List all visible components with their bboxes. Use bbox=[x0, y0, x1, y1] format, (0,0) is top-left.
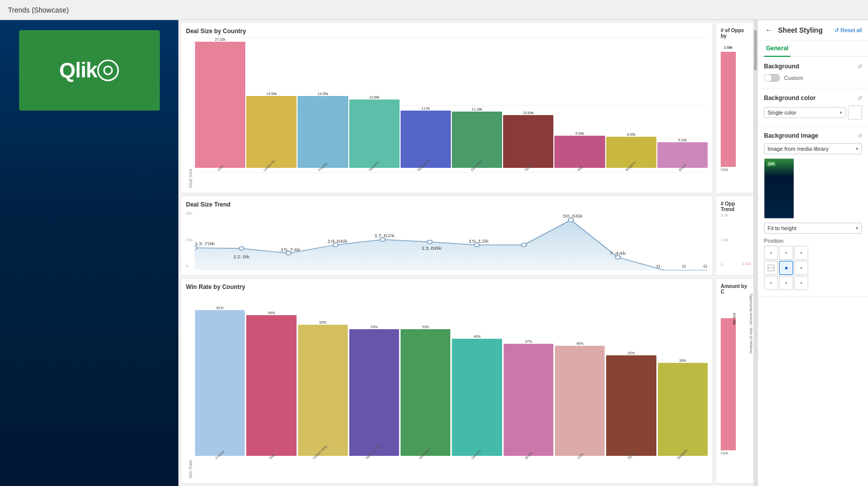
deal-bar-group: 14.56kUnited Ki... bbox=[246, 38, 297, 173]
deal-size-by-country-chart: Deal Size by Country Deal Size bbox=[180, 22, 713, 193]
deal-size-bars: 27.32kUSA14.56kUnited Ki...14.55kFrance1… bbox=[195, 38, 708, 173]
position-middle-right[interactable] bbox=[794, 261, 808, 275]
bar-value-label: 6.35k bbox=[627, 133, 635, 136]
bar-value-label: 14.56k bbox=[266, 92, 277, 95]
svg-text:19.66k: 19.66k bbox=[327, 238, 348, 243]
win-bar-group: 47%Brazil bbox=[504, 294, 553, 461]
chart-title-winrate: Win Rate by Country bbox=[186, 283, 708, 290]
win-bar-value: 46% bbox=[576, 342, 584, 345]
svg-point-0 bbox=[98, 60, 118, 80]
logo-text: Qlik bbox=[59, 58, 97, 82]
color-swatch[interactable] bbox=[848, 106, 862, 120]
win-bar-rect bbox=[401, 329, 450, 456]
win-rate-chart: Win Rate by Country Win Rate 61%France59… bbox=[180, 278, 713, 484]
bar-value-label: 27.32k bbox=[215, 38, 226, 41]
image-preview-container: Qlik bbox=[764, 158, 862, 219]
background-title: Background bbox=[764, 63, 799, 70]
deal-bar-group: 27.32kUSA bbox=[195, 38, 245, 173]
deal-bar-group: 11.6kNetherlan... bbox=[401, 38, 451, 173]
toggle-knob bbox=[764, 74, 771, 81]
bg-image-reset[interactable]: ↺ bbox=[857, 133, 862, 139]
bar-rect bbox=[349, 100, 400, 168]
position-label: Position bbox=[764, 238, 862, 244]
svg-text:15.74k: 15.74k bbox=[280, 247, 301, 252]
position-grid bbox=[764, 246, 862, 290]
bar-rect bbox=[503, 115, 553, 168]
svg-point-3 bbox=[239, 247, 244, 250]
bar-value-label: 11.6k bbox=[421, 107, 430, 110]
position-top-center[interactable] bbox=[779, 246, 793, 260]
position-bottom-right[interactable] bbox=[794, 276, 808, 290]
background-reset[interactable]: ↺ bbox=[857, 63, 862, 70]
svg-point-11 bbox=[615, 256, 620, 259]
svg-point-5 bbox=[333, 243, 338, 247]
opp-trend-title: # Opp Trend bbox=[721, 201, 750, 212]
bar-value-label: 6.58k bbox=[575, 132, 584, 135]
svg-point-7 bbox=[427, 240, 432, 244]
position-bottom-center[interactable] bbox=[779, 276, 793, 290]
bg-color-section-header: Background color ↺ bbox=[764, 94, 862, 102]
win-bar-rect bbox=[658, 363, 708, 456]
image-source-dropdown[interactable]: Image from media library ▾ bbox=[764, 143, 862, 154]
win-bar-group: 39%Belgium bbox=[658, 294, 708, 461]
panel-tabs: General bbox=[758, 41, 868, 57]
position-bottom-left[interactable] bbox=[764, 276, 778, 290]
tab-general[interactable]: General bbox=[764, 41, 791, 57]
bar-value-label: 11.38k bbox=[472, 108, 483, 111]
win-rate-bars: 61%France59%Italy55%United King...53%Net… bbox=[195, 294, 708, 478]
deal-bar-group: 11.38kGermany bbox=[452, 38, 502, 173]
color-type-label: Single color bbox=[767, 110, 796, 116]
svg-text:7.44k: 7.44k bbox=[609, 251, 626, 256]
deal-bar-group: 6.58kItaly bbox=[554, 38, 605, 173]
panel-title: Sheet Styling bbox=[778, 26, 830, 34]
win-bar-rect bbox=[246, 315, 296, 456]
dropdown-arrow: ▾ bbox=[840, 110, 842, 115]
fit-dropdown[interactable]: Fit to height ▾ bbox=[764, 223, 862, 234]
svg-point-9 bbox=[521, 243, 526, 247]
win-bar-rect bbox=[555, 346, 605, 456]
bg-color-reset[interactable]: ↺ bbox=[857, 95, 862, 102]
fit-label: Fit to height bbox=[767, 225, 796, 231]
background-image-section: Background image ↺ Image from media libr… bbox=[758, 126, 868, 297]
svg-point-8 bbox=[474, 243, 479, 247]
win-bar-group: 42%Spain bbox=[606, 294, 656, 461]
custom-toggle[interactable] bbox=[764, 74, 780, 82]
y-axis-label-win: Win Rate bbox=[186, 294, 195, 478]
win-bar-rect bbox=[504, 344, 553, 456]
reset-all-button[interactable]: ↺ Reset all bbox=[834, 27, 862, 34]
deal-bar-group: 13.88kSweden bbox=[349, 38, 400, 173]
position-middle-left[interactable] bbox=[764, 261, 778, 275]
background-section-header: Background ↺ bbox=[764, 63, 862, 70]
image-source-label: Image from media library bbox=[767, 146, 829, 152]
back-button[interactable]: ← bbox=[764, 25, 774, 35]
bar-rect bbox=[195, 42, 245, 168]
win-bar-group: 59%Italy bbox=[246, 294, 296, 461]
bar-value-label: 13.88k bbox=[369, 95, 379, 99]
custom-toggle-row: Custom bbox=[764, 74, 862, 82]
svg-text:17.62k: 17.62k bbox=[374, 233, 395, 238]
position-middle-center[interactable] bbox=[779, 261, 793, 275]
win-bar-value: 53% bbox=[371, 325, 378, 329]
background-color-section: Background color ↺ Single color ▾ bbox=[758, 88, 868, 126]
color-type-dropdown[interactable]: Single color ▾ bbox=[764, 107, 846, 118]
opps-by-partial: # of Opps by 2.88k USA bbox=[715, 22, 755, 193]
win-bar-group: 53%Germany bbox=[401, 294, 450, 461]
deal-size-trend-chart: Deal Size Trend 35k15k0 bbox=[180, 196, 713, 276]
svg-point-6 bbox=[380, 238, 385, 241]
win-bar-value: 61% bbox=[217, 306, 224, 310]
svg-text:12.9k: 12.9k bbox=[233, 254, 249, 259]
win-bar-group: 49%Sweden bbox=[452, 294, 502, 461]
center-content: Deal Size by Country Deal Size bbox=[178, 20, 757, 486]
bg-image-section-header: Background image ↺ bbox=[764, 132, 862, 139]
bg-color-title: Background color bbox=[764, 94, 816, 102]
bar-value-label: 10.69k bbox=[523, 111, 534, 115]
win-bar-group: 55%United King... bbox=[298, 294, 348, 461]
win-bar-group: 46%USA bbox=[555, 294, 605, 461]
bar-value-label: 5.22k bbox=[678, 138, 687, 142]
image-thumbnail[interactable]: Qlik bbox=[764, 158, 794, 219]
main-area: Qlik Deal Size by Country Deal Size bbox=[0, 20, 868, 486]
position-top-left[interactable] bbox=[764, 246, 778, 260]
thumb-logo: Qlik bbox=[766, 161, 776, 166]
position-top-right[interactable] bbox=[794, 246, 808, 260]
win-bar-rect bbox=[349, 329, 399, 456]
